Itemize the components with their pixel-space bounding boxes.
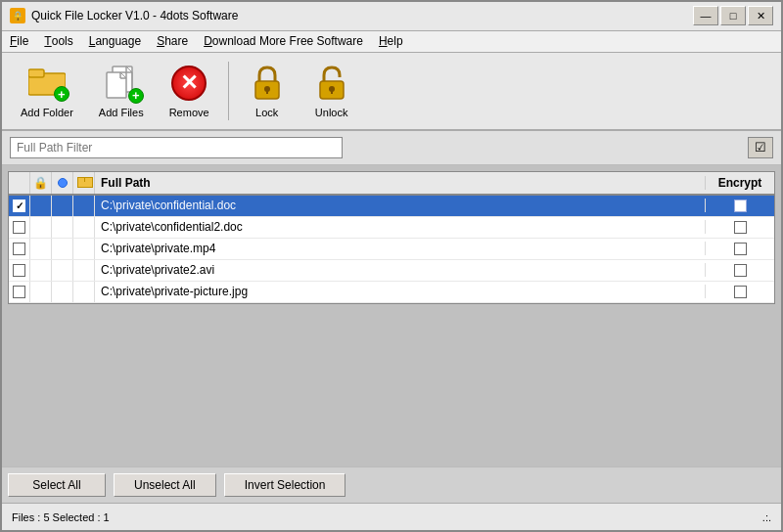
- header-check-col: [9, 172, 30, 194]
- table-row[interactable]: C:\private\confidential2.doc: [9, 217, 774, 239]
- unlock-button[interactable]: Unlock: [303, 59, 360, 123]
- add-folder-button[interactable]: + Add Folder: [12, 59, 82, 123]
- header-encrypt: Encrypt: [706, 176, 774, 190]
- bottom-buttons: Select All Unselect All Invert Selection: [2, 466, 781, 503]
- header-lock-col: 🔒: [30, 172, 52, 194]
- row-folder-3: [73, 260, 95, 281]
- row-lock-0: [30, 196, 52, 216]
- table-row[interactable]: C:\private\confidential.doc: [9, 196, 774, 217]
- row-path-0: C:\private\confidential.doc: [95, 199, 706, 212]
- row-encrypt-checkbox-3[interactable]: [734, 264, 747, 277]
- row-encrypt-checkbox-0[interactable]: [734, 200, 747, 212]
- row-folder-0: [73, 196, 95, 216]
- row-lock-4: [30, 282, 52, 302]
- header-folder-col: [73, 172, 95, 194]
- select-all-button[interactable]: Select All: [8, 473, 106, 497]
- row-encrypt-3[interactable]: [706, 264, 774, 277]
- row-check-0[interactable]: [9, 196, 30, 216]
- menu-download[interactable]: Download More Free Software: [196, 31, 371, 52]
- svg-rect-5: [107, 72, 126, 98]
- row-checkbox-4[interactable]: [13, 286, 25, 298]
- add-files-icon: +: [102, 64, 141, 103]
- invert-selection-button[interactable]: Invert Selection: [224, 473, 346, 497]
- window-controls: — □ ✕: [693, 6, 773, 25]
- table-header: 🔒 Full Path Encrypt: [9, 172, 774, 196]
- window-title: Quick File Locker V1.0 - 4dots Software: [31, 9, 693, 22]
- row-folder-2: [73, 239, 95, 259]
- row-check-4[interactable]: [9, 282, 30, 302]
- header-fullpath: Full Path: [95, 176, 706, 190]
- row-lock-1: [30, 217, 52, 238]
- row-encrypt-checkbox-1[interactable]: [734, 221, 747, 234]
- menu-help[interactable]: Help: [371, 31, 411, 52]
- files-add-plus-icon: +: [128, 88, 144, 104]
- row-encrypt-2[interactable]: [706, 243, 774, 255]
- main-window: 🔒 Quick File Locker V1.0 - 4dots Softwar…: [0, 0, 783, 532]
- status-bar: Files : 5 Selected : 1 .:.: [2, 503, 781, 530]
- menu-tools[interactable]: Tools: [36, 31, 80, 52]
- add-files-label: Add Files: [99, 107, 144, 118]
- header-circle-col: [52, 172, 73, 194]
- row-circle-0: [52, 196, 73, 216]
- row-path-4: C:\private\private-picture.jpg: [95, 285, 706, 298]
- remove-label: Remove: [169, 107, 209, 118]
- table-body: C:\private\confidential.doc C:\private\c…: [9, 196, 774, 303]
- row-path-3: C:\private\private2.avi: [95, 263, 706, 277]
- title-bar: 🔒 Quick File Locker V1.0 - 4dots Softwar…: [2, 2, 781, 31]
- filter-button[interactable]: ☑: [748, 137, 773, 158]
- row-encrypt-4[interactable]: [706, 286, 774, 298]
- remove-x-icon: ✕: [171, 66, 207, 101]
- remove-icon: ✕: [169, 64, 208, 103]
- maximize-button[interactable]: □: [720, 6, 746, 25]
- filter-input[interactable]: [10, 137, 343, 158]
- row-lock-2: [30, 239, 52, 259]
- svg-rect-10: [266, 89, 268, 94]
- row-encrypt-0[interactable]: [706, 200, 774, 212]
- status-text: Files : 5 Selected : 1: [12, 511, 110, 523]
- table-row[interactable]: C:\private\private2.avi: [9, 260, 774, 282]
- filter-icon: ☑: [755, 140, 766, 155]
- row-folder-1: [73, 217, 95, 238]
- add-files-button[interactable]: + Add Files: [90, 59, 153, 123]
- unlock-icon: [312, 64, 351, 103]
- menu-file[interactable]: File: [2, 31, 36, 52]
- row-checkbox-1[interactable]: [13, 221, 25, 234]
- toolbar-separator: [228, 62, 229, 120]
- header-blue-dot: [58, 178, 68, 188]
- row-path-1: C:\private\confidential2.doc: [95, 220, 706, 234]
- table-row[interactable]: C:\private\private.mp4: [9, 239, 774, 260]
- row-circle-1: [52, 217, 73, 238]
- row-folder-4: [73, 282, 95, 302]
- status-right: .:.: [762, 511, 771, 523]
- add-folder-icon: +: [27, 64, 67, 103]
- add-plus-icon: +: [54, 86, 69, 102]
- svg-rect-1: [28, 69, 44, 77]
- row-checkbox-3[interactable]: [13, 264, 25, 277]
- svg-rect-13: [331, 89, 333, 94]
- menu-language[interactable]: Language: [81, 31, 149, 52]
- lock-icon-svg: [250, 64, 285, 103]
- lock-label: Lock: [255, 107, 278, 118]
- unlock-label: Unlock: [315, 107, 348, 118]
- remove-button[interactable]: ✕ Remove: [161, 59, 218, 123]
- row-checkbox-2[interactable]: [13, 243, 25, 255]
- minimize-button[interactable]: —: [693, 6, 718, 25]
- row-checkbox-0[interactable]: [13, 200, 25, 212]
- table-row[interactable]: C:\private\private-picture.jpg: [9, 282, 774, 303]
- row-check-3[interactable]: [9, 260, 30, 281]
- toolbar: + Add Folder: [2, 53, 781, 131]
- menu-bar: File Tools Language Share Download More …: [2, 31, 781, 53]
- unselect-all-button[interactable]: Unselect All: [114, 473, 216, 497]
- row-check-2[interactable]: [9, 239, 30, 259]
- filter-bar: ☑: [2, 131, 781, 165]
- row-encrypt-checkbox-4[interactable]: [734, 286, 747, 298]
- lock-button[interactable]: Lock: [239, 59, 296, 123]
- add-folder-label: Add Folder: [21, 107, 73, 118]
- row-circle-3: [52, 260, 73, 281]
- app-icon: 🔒: [10, 8, 25, 23]
- row-encrypt-checkbox-2[interactable]: [734, 243, 747, 255]
- close-button[interactable]: ✕: [748, 6, 773, 25]
- row-encrypt-1[interactable]: [706, 221, 774, 234]
- menu-share[interactable]: Share: [149, 31, 196, 52]
- row-check-1[interactable]: [9, 217, 30, 238]
